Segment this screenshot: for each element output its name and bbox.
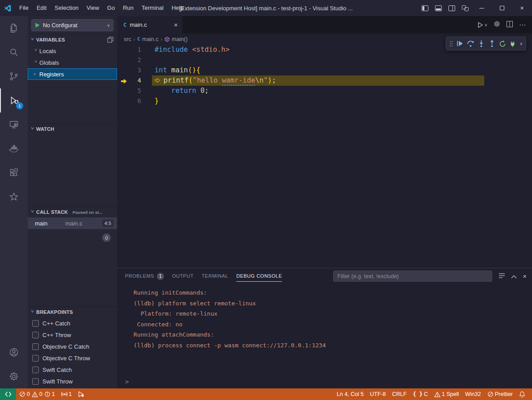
menu-edit[interactable]: Edit xyxy=(33,0,50,16)
continue-icon[interactable] xyxy=(456,40,464,47)
status-platform[interactable]: Win32 xyxy=(462,388,484,400)
console-filter-input[interactable] xyxy=(333,271,492,282)
remote-indicator[interactable] xyxy=(0,388,16,400)
run-or-debug-button[interactable]: ∨ xyxy=(478,22,487,28)
breakpoint-item-c-throw[interactable]: C++ Throw xyxy=(28,329,117,341)
breakpoint-checkbox[interactable] xyxy=(32,355,39,362)
line-number[interactable]: 5 xyxy=(117,86,152,96)
breakpoint-checkbox[interactable] xyxy=(32,332,39,338)
debug-launch-dropdown[interactable]: No Configurat ∨ xyxy=(31,19,113,31)
status-debug-session[interactable] xyxy=(75,388,87,400)
panel-tab-problems[interactable]: PROBLEMS1 xyxy=(125,268,164,284)
status-ports[interactable]: 1 xyxy=(58,388,75,400)
maximize-panel-icon[interactable] xyxy=(511,272,517,280)
menu-view[interactable]: View xyxy=(83,0,103,16)
call-stack-header[interactable]: > CALL STACK Paused on st... xyxy=(28,207,117,217)
inline-breakpoint-marker-icon[interactable] xyxy=(155,76,163,86)
settings-gear-icon[interactable] xyxy=(0,364,28,388)
activity-source-control-icon[interactable] xyxy=(0,64,28,88)
step-into-icon[interactable] xyxy=(478,40,485,47)
call-stack-frame[interactable]: mainmain.c4:5 xyxy=(28,217,117,229)
panel-tab-debug-console[interactable]: DEBUG CONSOLE xyxy=(236,268,282,284)
menu-run[interactable]: Run xyxy=(119,0,138,16)
toolbar-drag-handle[interactable] xyxy=(449,40,453,47)
debug-toolbar-chevron-icon[interactable]: ∨ xyxy=(519,42,523,46)
code-line-content[interactable] xyxy=(152,55,155,65)
breakpoint-item-swift-catch[interactable]: Swift Catch xyxy=(28,364,117,375)
restart-icon[interactable] xyxy=(499,40,506,47)
line-number[interactable]: 3 xyxy=(117,65,152,75)
close-panel-icon[interactable]: × xyxy=(523,272,527,280)
breakpoint-checkbox[interactable] xyxy=(32,367,39,373)
menu-help[interactable]: Help xyxy=(168,0,188,16)
menu-terminal[interactable]: Terminal xyxy=(138,0,168,16)
close-window-button[interactable]: × xyxy=(512,0,532,16)
activity-search-icon[interactable] xyxy=(0,40,28,64)
step-over-icon[interactable] xyxy=(467,40,474,47)
toggle-secondary-sidebar-icon[interactable] xyxy=(445,0,458,16)
code-editor[interactable]: 1#include <stdio.h>23int main(){4printf(… xyxy=(117,45,532,106)
code-line-5[interactable]: 5 return 0; xyxy=(117,86,532,96)
breadcrumb-item-main-[interactable]: main() xyxy=(164,36,187,42)
clear-console-icon[interactable] xyxy=(498,272,505,280)
code-line-content[interactable]: printf("hello wamr-ide\n"); xyxy=(152,75,276,86)
status-language-mode[interactable]: { }C xyxy=(410,388,431,400)
accounts-icon[interactable] xyxy=(0,340,28,364)
split-editor-icon[interactable] xyxy=(507,21,513,29)
line-number[interactable]: 4 xyxy=(117,75,152,86)
breakpoint-item-swift-throw[interactable]: Swift Throw xyxy=(28,375,117,387)
disconnect-icon[interactable] xyxy=(509,40,516,47)
code-line-content[interactable]: #include <stdio.h> xyxy=(152,45,230,55)
close-tab-icon[interactable]: × xyxy=(174,21,178,29)
code-line-3[interactable]: 3int main(){ xyxy=(117,65,532,75)
tab-main-c[interactable]: C main.c × xyxy=(117,16,182,33)
variables-item-locals[interactable]: >Locals xyxy=(28,45,117,57)
watch-header[interactable]: > WATCH xyxy=(28,124,117,134)
breakpoint-item-c-catch[interactable]: C++ Catch xyxy=(28,317,117,329)
code-line-content[interactable]: return 0; xyxy=(152,86,209,96)
code-line-6[interactable]: 6} xyxy=(117,96,532,106)
status-spell-checker[interactable]: 1 Spell xyxy=(431,388,462,400)
code-line-4[interactable]: 4printf("hello wamr-ide\n"); xyxy=(117,75,532,86)
activity-remote-explorer-icon[interactable] xyxy=(0,112,28,137)
activity-explorer-icon[interactable] xyxy=(0,16,28,40)
status-encoding[interactable]: UTF-8 xyxy=(367,388,389,400)
code-line-2[interactable]: 2 xyxy=(117,55,532,65)
toggle-panel-icon[interactable] xyxy=(431,0,445,16)
status-problems[interactable]: 001 xyxy=(16,388,58,400)
breadcrumb-item-main-c[interactable]: Cmain.c xyxy=(137,36,158,42)
breakpoint-checkbox[interactable] xyxy=(32,378,39,385)
breakpoint-item-objective-c-catch[interactable]: Objective C Catch xyxy=(28,341,117,352)
code-line-content[interactable]: } xyxy=(152,96,159,106)
activity-run-debug-icon[interactable]: 1 xyxy=(0,88,28,112)
minimize-button[interactable] xyxy=(472,0,492,16)
menu-file[interactable]: File xyxy=(15,0,33,16)
console-input-chevron-icon[interactable]: > xyxy=(125,378,129,385)
activity-marketplace-star-icon[interactable] xyxy=(0,185,28,209)
breadcrumb-item-src[interactable]: src xyxy=(124,36,131,42)
editor-gear-icon[interactable] xyxy=(494,21,500,29)
line-number[interactable]: 6 xyxy=(117,96,152,106)
variables-item-registers[interactable]: >Registers xyxy=(28,68,117,80)
customize-layout-icon[interactable] xyxy=(458,0,472,16)
status-notifications[interactable] xyxy=(516,388,528,400)
step-out-icon[interactable] xyxy=(488,40,496,47)
line-number[interactable]: 1 xyxy=(117,45,152,55)
status-prettier[interactable]: Prettier xyxy=(484,388,516,400)
toggle-sidebar-icon[interactable] xyxy=(418,0,431,16)
activity-docker-icon[interactable] xyxy=(0,137,28,161)
variables-item-globals[interactable]: >Globals xyxy=(28,57,117,68)
status-cursor-position[interactable]: Ln 4, Col 5 xyxy=(334,388,367,400)
code-line-content[interactable]: int main(){ xyxy=(152,65,201,75)
variables-header[interactable]: > VARIABLES xyxy=(28,34,117,45)
breakpoint-checkbox[interactable] xyxy=(32,343,39,350)
menu-go[interactable]: Go xyxy=(103,0,119,16)
line-number[interactable]: 2 xyxy=(117,55,152,65)
activity-extensions-icon[interactable] xyxy=(0,161,28,185)
status-eol[interactable]: CRLF xyxy=(389,388,410,400)
breakpoints-header[interactable]: > BREAKPOINTS xyxy=(28,307,117,317)
breakpoint-item-objective-c-throw[interactable]: Objective C Throw xyxy=(28,352,117,364)
panel-tab-terminal[interactable]: TERMINAL xyxy=(201,268,228,284)
breakpoint-checkbox[interactable] xyxy=(32,320,39,327)
panel-tab-output[interactable]: OUTPUT xyxy=(172,268,193,284)
